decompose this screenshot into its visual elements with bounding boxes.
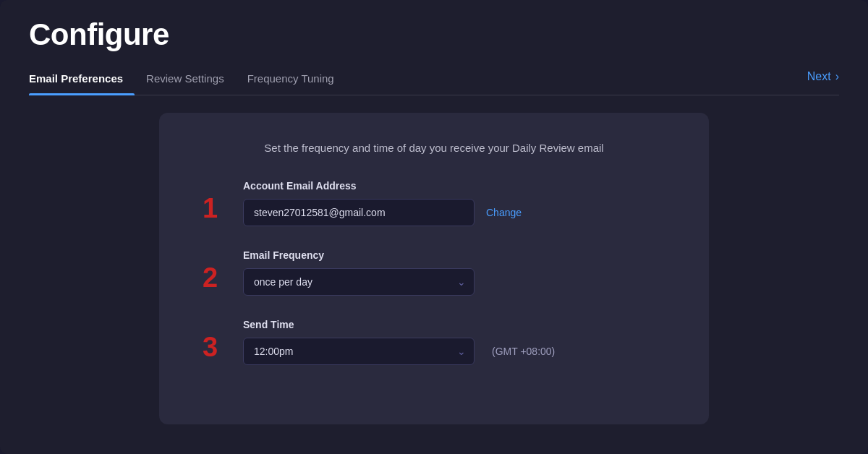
next-label: Next [807, 70, 831, 83]
step-2-number: 2 [203, 264, 226, 291]
sendtime-field-container: Send Time 12:00pm 6:00am 9:00am 3:00pm 6… [243, 319, 665, 365]
email-input[interactable] [243, 199, 475, 226]
step-3-number: 3 [203, 333, 226, 361]
page-wrapper: Configure Email Preferences Review Setti… [0, 0, 868, 454]
sendtime-field-label: Send Time [243, 319, 665, 330]
tabs-row: Email Preferences Review Settings Freque… [29, 67, 839, 95]
form-section-sendtime: 3 Send Time 12:00pm 6:00am 9:00am 3:00pm… [203, 319, 665, 365]
main-content: Set the frequency and time of day you re… [0, 95, 868, 454]
frequency-select[interactable]: once per day twice per day weekly [243, 268, 475, 296]
sendtime-select[interactable]: 12:00pm 6:00am 9:00am 3:00pm 6:00pm [243, 338, 475, 365]
tab-frequency-tuning[interactable]: Frequency Tuning [236, 67, 346, 95]
email-field-row: Change [243, 199, 665, 226]
frequency-field-container: Email Frequency once per day twice per d… [243, 249, 665, 296]
form-section-frequency: 2 Email Frequency once per day twice per… [203, 249, 665, 296]
tab-email-preferences[interactable]: Email Preferences [29, 67, 135, 95]
tab-review-settings[interactable]: Review Settings [135, 67, 236, 95]
sendtime-select-wrapper: 12:00pm 6:00am 9:00am 3:00pm 6:00pm ⌄ [243, 338, 475, 365]
email-field-label: Account Email Address [243, 180, 665, 192]
form-section-email: 1 Account Email Address Change [203, 180, 665, 226]
configure-card: Set the frequency and time of day you re… [159, 113, 709, 424]
next-chevron-icon: › [835, 70, 839, 83]
header: Configure Email Preferences Review Setti… [0, 0, 868, 95]
tabs-left: Email Preferences Review Settings Freque… [29, 67, 346, 95]
next-button[interactable]: Next › [807, 70, 839, 92]
change-email-button[interactable]: Change [486, 207, 522, 218]
timezone-label: (GMT +08:00) [492, 346, 555, 357]
page-title: Configure [29, 17, 839, 52]
frequency-field-label: Email Frequency [243, 249, 665, 261]
frequency-select-wrapper: once per day twice per day weekly ⌄ [243, 268, 475, 296]
card-subtitle: Set the frequency and time of day you re… [203, 142, 665, 154]
email-field-container: Account Email Address Change [243, 180, 665, 226]
step-1-number: 1 [203, 194, 226, 222]
sendtime-field-row: 12:00pm 6:00am 9:00am 3:00pm 6:00pm ⌄ (G… [243, 338, 665, 365]
